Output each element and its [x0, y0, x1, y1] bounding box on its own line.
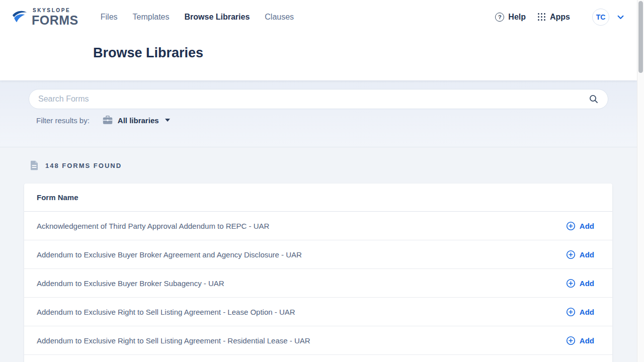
add-button-label: Add [580, 336, 594, 345]
caret-down-icon [165, 119, 170, 122]
results-area: 148 FORMS FOUND Form Name Acknowledgemen… [0, 147, 637, 362]
help-icon: ? [495, 13, 504, 22]
app-window: SKYSLOPE FORMS Files Templates Browse Li… [0, 0, 637, 362]
vertical-scrollbar [637, 0, 644, 362]
logo-wordmark: SKYSLOPE FORMS [32, 8, 78, 27]
form-name: Addendum to Exclusive Right to Sell List… [37, 336, 310, 345]
plus-circle-icon [566, 250, 576, 259]
skyslope-swoosh-icon [11, 9, 28, 25]
filter-row: Filter results by: All libraries [36, 114, 170, 126]
skyslope-forms-logo[interactable]: SKYSLOPE FORMS [11, 8, 78, 27]
page-title: Browse Libraries [93, 45, 203, 61]
form-name: Addendum to Exclusive Right to Sell List… [37, 308, 295, 316]
briefcase-icon [103, 116, 113, 125]
plus-circle-icon [566, 221, 576, 231]
table-row: Addendum to Exclusive Buyer Broker Agree… [24, 240, 612, 269]
search-button[interactable] [587, 92, 601, 106]
account-menu-chevron[interactable] [617, 15, 624, 20]
nav-item-templates[interactable]: Templates [133, 13, 170, 22]
add-button-label: Add [580, 279, 594, 288]
chevron-down-icon [617, 15, 624, 20]
forms-table-card: Form Name Acknowledgement of Third Party… [24, 184, 612, 362]
table-row-partial [24, 355, 612, 362]
nav-item-files[interactable]: Files [101, 13, 118, 22]
logo-skyslope-text: SKYSLOPE [33, 8, 78, 13]
add-button-label: Add [580, 250, 594, 259]
table-row: Addendum to Exclusive Right to Sell List… [24, 326, 612, 355]
add-button-label: Add [580, 308, 594, 316]
add-form-button[interactable]: Add [566, 307, 594, 317]
search-input[interactable] [38, 95, 587, 104]
add-form-button[interactable]: Add [566, 221, 594, 231]
header-actions: ? Help Apps TC [495, 9, 624, 26]
form-name: Addendum to Exclusive Buyer Broker Agree… [37, 250, 302, 259]
add-form-button[interactable]: Add [566, 279, 594, 288]
search-icon [589, 94, 599, 104]
table-header-row: Form Name [24, 184, 612, 212]
search-filter-band: Filter results by: All libraries [0, 80, 637, 147]
filter-selected-value: All libraries [118, 116, 159, 125]
scrollbar-thumb[interactable] [638, 1, 643, 73]
table-row: Addendum to Exclusive Buyer Broker Subag… [24, 269, 612, 298]
table-row: Acknowledgement of Third Party Approval … [24, 212, 612, 240]
nav-item-clauses[interactable]: Clauses [265, 13, 294, 22]
search-bar [29, 89, 608, 109]
library-filter-dropdown[interactable]: All libraries [103, 116, 170, 125]
column-header-form-name: Form Name [37, 193, 78, 202]
form-name: Addendum to Exclusive Buyer Broker Subag… [37, 279, 224, 288]
add-form-button[interactable]: Add [566, 336, 594, 345]
add-button-label: Add [580, 222, 594, 230]
results-count-row: 148 FORMS FOUND [30, 160, 122, 170]
plus-circle-icon [566, 336, 576, 345]
add-form-button[interactable]: Add [566, 250, 594, 259]
primary-nav: Files Templates Browse Libraries Clauses [101, 13, 294, 22]
help-button[interactable]: ? Help [495, 13, 526, 22]
plus-circle-icon [566, 307, 576, 317]
apps-grid-icon [538, 13, 546, 21]
table-row: Addendum to Exclusive Right to Sell List… [24, 298, 612, 326]
app-header: SKYSLOPE FORMS Files Templates Browse Li… [0, 0, 637, 80]
plus-circle-icon [566, 279, 576, 288]
apps-button[interactable]: Apps [538, 13, 570, 22]
apps-label: Apps [550, 13, 570, 22]
help-label: Help [508, 13, 526, 22]
results-count-label: 148 FORMS FOUND [45, 162, 122, 169]
user-avatar[interactable]: TC [592, 9, 609, 26]
top-navigation-bar: SKYSLOPE FORMS Files Templates Browse Li… [0, 0, 637, 34]
document-icon [30, 160, 38, 170]
filter-label: Filter results by: [36, 116, 90, 125]
nav-item-browse-libraries[interactable]: Browse Libraries [184, 13, 250, 22]
logo-forms-text: FORMS [32, 14, 78, 27]
form-name: Acknowledgement of Third Party Approval … [37, 222, 269, 230]
